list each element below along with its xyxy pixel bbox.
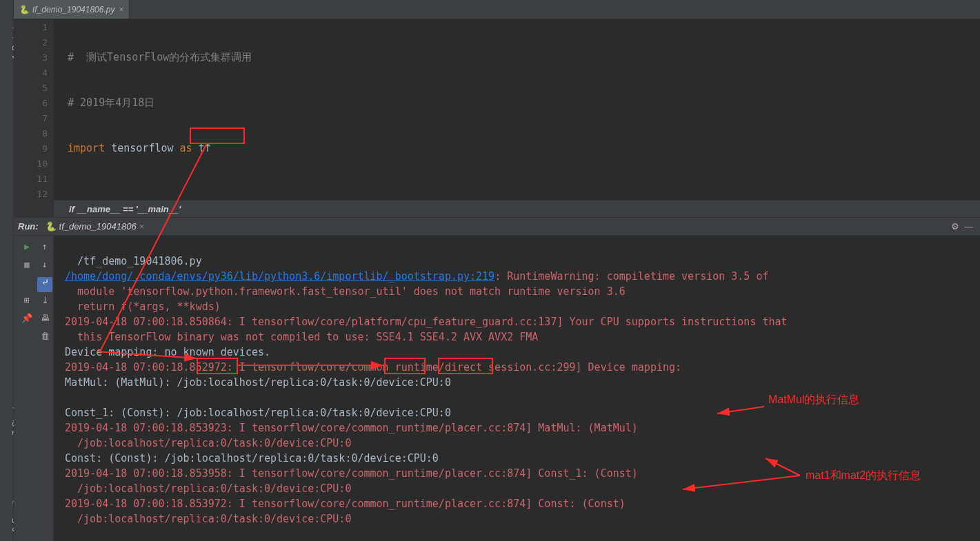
console-line: Device mapping: no known devices. bbox=[65, 346, 270, 358]
line-number: 12 bbox=[37, 189, 48, 199]
line-number: 7 bbox=[42, 113, 48, 123]
console-line: /job:localhost/replica:0/task:0/device:C… bbox=[65, 513, 351, 525]
code-text: as bbox=[180, 142, 199, 154]
line-number: 11 bbox=[37, 174, 48, 184]
settings-icon[interactable]: ⚙ bbox=[951, 221, 959, 232]
file-tab[interactable]: 🐍 tf_demo_19041806.py × bbox=[14, 0, 130, 19]
print-icon[interactable]: 🖶 bbox=[37, 313, 52, 328]
console-line: return f(*args, **kwds) bbox=[65, 300, 221, 313]
line-number-gutter: 1 2 3 4 5 ▶ 6 7 8 9 10 11 12 bbox=[14, 19, 54, 218]
hide-icon[interactable]: — bbox=[964, 221, 973, 232]
down-icon[interactable]: ↓ bbox=[37, 259, 52, 274]
console-line: /job:localhost/replica:0/task:0/device:C… bbox=[65, 482, 351, 495]
code-text: # 测试TensorFlow的分布式集群调用 bbox=[68, 51, 252, 63]
console-line: module 'tensorflow.python.framework.fast… bbox=[65, 285, 626, 298]
console-line: 2019-04-18 07:00:18.852972: I tensorflow… bbox=[65, 361, 681, 374]
line-number: 9 bbox=[42, 143, 48, 154]
stop-icon[interactable]: ■ bbox=[19, 259, 34, 274]
layout-icon[interactable]: ⊞ bbox=[19, 295, 34, 310]
trash-icon[interactable]: 🗑 bbox=[37, 331, 52, 346]
console-line: Const_1: (Const): /job:localhost/replica… bbox=[65, 407, 451, 419]
console-line: 2019-04-18 07:00:18.853923: I tensorflow… bbox=[65, 422, 638, 434]
run-toolbar: ▶ ↑ ■ ↓ ⤶ ⊞ ⤓ 📌 🖶 🗑 bbox=[14, 236, 54, 541]
code-text: import bbox=[68, 142, 105, 154]
soft-wrap-icon[interactable]: ⤶ bbox=[37, 277, 52, 292]
line-number: 3 bbox=[42, 52, 48, 63]
line-number: 8 bbox=[42, 128, 48, 139]
console-link[interactable]: /home/dong/.conda/envs/py36/lib/python3.… bbox=[65, 270, 494, 283]
tool-window-bar-left: 1: Project 7: Structure 2: Favorites bbox=[0, 0, 14, 541]
fold-column bbox=[54, 19, 68, 218]
close-tab-icon[interactable]: × bbox=[119, 5, 123, 14]
breadcrumb-text: if __name__ == '__main__' bbox=[69, 204, 181, 214]
line-number: 5 bbox=[42, 83, 48, 93]
console-output[interactable]: /tf_demo_19041806.py /home/dong/.conda/e… bbox=[54, 236, 980, 541]
file-tab-label: tf_demo_19041806.py bbox=[32, 5, 114, 14]
console-line: MatMul: (MatMul): /job:localhost/replica… bbox=[65, 376, 451, 389]
editor-tab-bar: 🐍 tf_demo_19041806.py × bbox=[14, 0, 980, 19]
rerun-icon[interactable]: ▶ bbox=[19, 241, 34, 256]
console-line: Const: (Const): /job:localhost/replica:0… bbox=[65, 452, 439, 465]
console-line: this TensorFlow binary was not compiled … bbox=[65, 331, 538, 343]
code-text: tensorflow bbox=[111, 142, 179, 154]
line-number: 2 bbox=[42, 37, 48, 48]
line-number: 4 bbox=[42, 68, 48, 78]
up-icon[interactable]: ↑ bbox=[37, 241, 52, 256]
code-text: # 2019年4月18日 bbox=[68, 96, 154, 109]
run-label: Run: bbox=[18, 221, 39, 232]
console-line: /tf_demo_19041806.py bbox=[65, 255, 202, 267]
console-line: /job:localhost/replica:0/task:0/device:C… bbox=[65, 437, 351, 449]
python-file-icon: 🐍 bbox=[46, 221, 57, 232]
code-text: tf bbox=[199, 142, 211, 154]
console-line: 2019-04-18 07:00:18.850864: I tensorflow… bbox=[65, 316, 788, 328]
console-line: : RuntimeWarning: compiletime version 3.… bbox=[494, 270, 768, 283]
scroll-to-end-icon[interactable]: ⤓ bbox=[37, 295, 52, 310]
run-tool-header: Run: 🐍 tf_demo_19041806 × ⚙ — bbox=[14, 218, 980, 236]
line-number: 1 bbox=[42, 22, 48, 32]
console-line: 2019-04-18 07:00:18.853972: I tensorflow… bbox=[65, 498, 626, 510]
line-number: 10 bbox=[37, 159, 48, 169]
console-line: 2019-04-18 07:00:18.853958: I tensorflow… bbox=[65, 467, 638, 480]
run-config-name: tf_demo_19041806 bbox=[59, 221, 137, 232]
line-number: 6 bbox=[42, 98, 48, 108]
breadcrumb[interactable]: if __name__ == '__main__' bbox=[54, 200, 980, 218]
python-file-icon: 🐍 bbox=[19, 5, 30, 14]
code-editor[interactable]: # 测试TensorFlow的分布式集群调用 # 2019年4月18日 impo… bbox=[68, 19, 980, 200]
pin-icon[interactable]: 📌 bbox=[19, 313, 34, 328]
